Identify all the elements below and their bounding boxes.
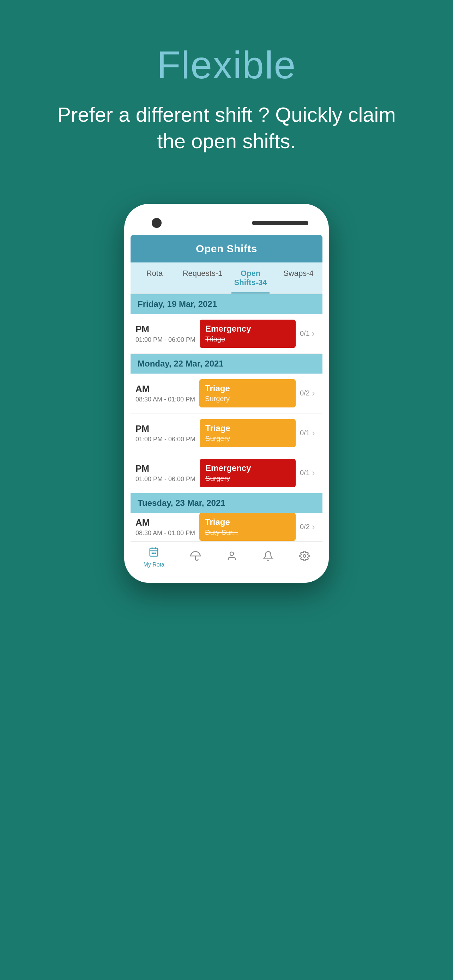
svg-rect-6 bbox=[155, 552, 156, 554]
chevron-right-icon: › bbox=[312, 522, 315, 532]
date-header-friday: Friday, 19 Mar, 2021 bbox=[130, 294, 323, 314]
tab-open-shifts[interactable]: Open Shifts-34 bbox=[227, 262, 275, 294]
shift-row[interactable]: PM 01:00 PM - 06:00 PM Triage Surgery 0/… bbox=[130, 414, 323, 453]
hero-title: Flexible bbox=[157, 42, 296, 87]
person-icon bbox=[227, 550, 237, 564]
hero-section: Flexible Prefer a different shift ? Quic… bbox=[0, 0, 453, 176]
shift-count: 0/2 › bbox=[300, 522, 318, 532]
nav-item-profile[interactable] bbox=[227, 550, 237, 564]
hero-subtitle: Prefer a different shift ? Quickly claim… bbox=[32, 101, 421, 154]
phone-notch bbox=[130, 215, 323, 235]
shift-tag-triage[interactable]: Triage Surgery bbox=[199, 379, 296, 407]
bottom-nav: My Rota bbox=[130, 541, 323, 572]
calendar-icon bbox=[149, 546, 159, 560]
nav-item-my-rota[interactable]: My Rota bbox=[143, 546, 164, 568]
svg-rect-5 bbox=[153, 552, 154, 554]
date-header-monday: Monday, 22 Mar, 2021 bbox=[130, 354, 323, 374]
nav-item-settings[interactable] bbox=[299, 550, 310, 564]
shift-row[interactable]: AM 08:30 AM - 01:00 PM Triage Surgery 0/… bbox=[130, 374, 323, 414]
nav-item-notifications[interactable] bbox=[263, 550, 273, 564]
speaker-bar bbox=[252, 221, 308, 225]
shift-count: 0/1 › bbox=[300, 328, 318, 339]
chevron-right-icon: › bbox=[312, 428, 315, 439]
shift-count: 0/2 › bbox=[300, 388, 318, 399]
shift-tag-emergency[interactable]: Emergency Triage bbox=[200, 320, 296, 348]
chevron-right-icon: › bbox=[312, 328, 315, 339]
umbrella-icon bbox=[190, 550, 201, 564]
shift-count: 0/1 › bbox=[300, 428, 318, 439]
shift-row[interactable]: PM 01:00 PM - 06:00 PM Emergency Triage … bbox=[130, 314, 323, 354]
date-header-tuesday: Tuesday, 23 Mar, 2021 bbox=[130, 493, 323, 513]
chevron-right-icon: › bbox=[312, 388, 315, 399]
gear-icon bbox=[299, 550, 310, 564]
tab-swaps[interactable]: Swaps-4 bbox=[275, 262, 323, 294]
nav-item-beach[interactable] bbox=[190, 550, 201, 564]
camera-dot bbox=[152, 218, 162, 228]
svg-point-7 bbox=[230, 552, 234, 555]
tab-rota[interactable]: Rota bbox=[130, 262, 178, 294]
shift-time-block: PM 01:00 PM - 06:00 PM bbox=[135, 324, 196, 344]
tab-requests[interactable]: Requests-1 bbox=[178, 262, 227, 294]
shift-row[interactable]: PM 01:00 PM - 06:00 PM Emergency Surgery… bbox=[130, 453, 323, 493]
phone-frame: Open Shifts Rota Requests-1 Open Shifts-… bbox=[124, 204, 329, 583]
svg-point-8 bbox=[303, 555, 306, 557]
tab-bar: Rota Requests-1 Open Shifts-34 Swaps-4 bbox=[130, 262, 323, 294]
shift-time-block: PM 01:00 PM - 06:00 PM bbox=[135, 423, 196, 443]
shift-tag-emergency[interactable]: Emergency Surgery bbox=[200, 459, 296, 487]
shift-tag-triage[interactable]: Triage Duty Sur... bbox=[199, 513, 296, 541]
shift-count: 0/1 › bbox=[300, 468, 318, 478]
chevron-right-icon: › bbox=[312, 468, 315, 478]
shift-time-block: AM 08:30 AM - 01:00 PM bbox=[135, 383, 195, 403]
phone-screen: Open Shifts Rota Requests-1 Open Shifts-… bbox=[130, 235, 323, 572]
shift-row-partial[interactable]: AM 08:30 AM - 01:00 PM Triage Duty Sur..… bbox=[130, 513, 323, 541]
shift-tag-triage[interactable]: Triage Surgery bbox=[200, 419, 296, 447]
shift-time-block: AM 08:30 AM - 01:00 PM bbox=[135, 517, 195, 537]
app-header: Open Shifts bbox=[130, 235, 323, 262]
svg-rect-4 bbox=[152, 552, 153, 554]
phone-container: Open Shifts Rota Requests-1 Open Shifts-… bbox=[124, 204, 329, 583]
bell-icon bbox=[263, 550, 273, 564]
svg-rect-0 bbox=[150, 548, 158, 556]
shift-time-block: PM 01:00 PM - 06:00 PM bbox=[135, 463, 196, 483]
